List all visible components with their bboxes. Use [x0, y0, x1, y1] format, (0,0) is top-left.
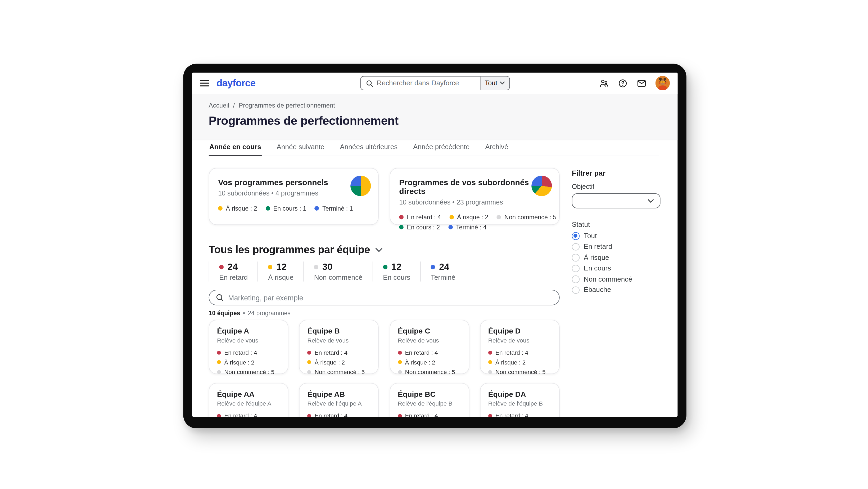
team-legend: En retard : 4 À risque : 2 Non commencé …: [308, 349, 371, 375]
result-count: 10 équipes • 24 programmes: [209, 310, 560, 316]
team-card[interactable]: Équipe AA Relève de l'équipe A En retard…: [209, 383, 288, 417]
team-icon[interactable]: [599, 78, 609, 88]
team-card[interactable]: Équipe C Relève de vous En retard : 4 À …: [390, 320, 469, 374]
legend-label: À risque : 2: [226, 205, 257, 212]
status-radio-option[interactable]: En cours: [572, 265, 660, 272]
app-header: dayforce Tout: [192, 73, 678, 93]
personal-programs-card[interactable]: Vos programmes personnels 10 subordonnée…: [209, 168, 379, 225]
team-grid: Équipe A Relève de vous En retard : 4 À …: [209, 320, 560, 417]
team-name: Équipe B: [308, 327, 371, 335]
team-stat: En retard : 4: [224, 412, 257, 417]
not-started-dot: [308, 370, 311, 374]
status-radio-option[interactable]: Ébauche: [572, 286, 660, 293]
help-icon[interactable]: [618, 78, 628, 88]
team-search-input[interactable]: [228, 293, 553, 302]
legend-label: Terminé : 1: [322, 205, 353, 212]
breadcrumb-current: Programmes de perfectionnement: [239, 102, 335, 109]
card-legend: À risque : 2 En cours : 1 Terminé : 1: [218, 205, 369, 212]
global-search-input[interactable]: [377, 79, 480, 87]
status-dot: [431, 265, 435, 269]
done-dot: [448, 225, 453, 229]
team-card[interactable]: Équipe B Relève de vous En retard : 4 À …: [299, 320, 379, 374]
status-dot: [268, 265, 273, 269]
team-card[interactable]: Équipe D Relève de vous En retard : 4 À …: [480, 320, 559, 374]
stat-label: Terminé: [431, 274, 456, 281]
team-legend: En retard : 4 À risque : 2 Non commencé …: [488, 349, 551, 375]
team-stat: À risque : 2: [315, 359, 345, 365]
stat-label: À risque: [268, 274, 293, 281]
app-screen: dayforce Tout: [192, 73, 678, 417]
hamburger-menu-icon[interactable]: [200, 80, 209, 86]
status-radio-option[interactable]: À risque: [572, 254, 660, 261]
search-scope-label: Tout: [485, 79, 497, 87]
risk-dot: [450, 215, 454, 220]
radio-icon: [572, 265, 579, 272]
stat-value: 24: [439, 261, 449, 272]
page: dayforce Tout: [0, 0, 868, 489]
page-hero: Accueil / Programmes de perfectionnement…: [192, 94, 678, 140]
status-radio-option[interactable]: Non commencé: [572, 276, 660, 283]
tab-annees-ulterieures[interactable]: Années ultérieures: [339, 143, 398, 156]
device-frame: dayforce Tout: [183, 64, 686, 428]
team-legend: En retard : 4 À risque : 2 Non commencé …: [217, 412, 280, 417]
personal-programs-pie-chart: [350, 176, 371, 196]
status-label: Statut: [572, 221, 660, 228]
team-stat: Non commencé : 5: [315, 369, 365, 375]
main-column: Vos programmes personnels 10 subordonnée…: [209, 156, 560, 417]
stat-value: 12: [392, 261, 401, 272]
status-stat: 12 À risque: [258, 261, 304, 281]
status-radio-option[interactable]: Tout: [572, 232, 660, 239]
team-search: [209, 290, 560, 306]
chevron-down-icon: [648, 199, 654, 203]
dayforce-logo[interactable]: dayforce: [216, 77, 256, 89]
team-card[interactable]: Équipe BC Relève de l'équipe B En retard…: [390, 383, 469, 417]
search-scope-dropdown[interactable]: Tout: [480, 77, 509, 90]
stat-label: En cours: [383, 274, 410, 281]
late-dot: [398, 414, 402, 417]
in-progress-dot: [266, 206, 270, 210]
breadcrumb-home[interactable]: Accueil: [209, 102, 229, 109]
tab-annee-suivante[interactable]: Année suivante: [276, 143, 325, 156]
risk-dot: [217, 360, 221, 364]
tab-annee-precedente[interactable]: Année précédente: [412, 143, 470, 156]
team-card[interactable]: Équipe A Relève de vous En retard : 4 À …: [209, 320, 288, 374]
team-stat: En retard : 4: [315, 412, 347, 417]
late-dot: [308, 350, 311, 354]
status-dot: [383, 265, 388, 269]
breadcrumb-separator: /: [233, 102, 235, 109]
team-stat: En retard : 4: [495, 412, 528, 417]
risk-dot: [218, 206, 222, 210]
objective-select[interactable]: [572, 193, 660, 208]
risk-dot: [308, 360, 311, 364]
filter-title: Filtrer par: [572, 169, 660, 177]
tab-archive[interactable]: Archivé: [485, 143, 508, 156]
card-title: Programmes de vos subordonnés directs: [399, 178, 550, 196]
team-name: Équipe AB: [308, 390, 371, 398]
chevron-down-icon: [500, 82, 505, 85]
late-dot: [308, 414, 311, 417]
tab-annee-en-cours[interactable]: Année en cours: [209, 143, 262, 156]
risk-dot: [398, 360, 402, 364]
team-subtitle: Relève de l'équipe B: [488, 400, 551, 407]
legend-label: Non commencé : 5: [504, 214, 556, 221]
user-avatar[interactable]: [655, 76, 670, 90]
card-legend-row-1: En retard : 4 À risque : 2 Non commencé …: [399, 214, 550, 221]
team-stat: En retard : 4: [405, 349, 438, 356]
radio-label: En retard: [584, 243, 612, 251]
team-card[interactable]: Équipe AB Relève de l'équipe A En retard…: [299, 383, 379, 417]
chevron-down-icon[interactable]: [375, 248, 383, 253]
direct-reports-programs-card[interactable]: Programmes de vos subordonnés directs 10…: [390, 168, 560, 225]
team-legend: En retard : 4 À risque : 2 Non commencé …: [398, 349, 461, 375]
team-subtitle: Relève de l'équipe A: [308, 400, 371, 407]
not-started-dot: [497, 215, 501, 220]
legend-label: En cours : 1: [273, 205, 306, 212]
team-card[interactable]: Équipe DA Relève de l'équipe B En retard…: [480, 383, 559, 417]
late-dot: [488, 350, 492, 354]
status-radio-option[interactable]: En retard: [572, 243, 660, 250]
mail-icon[interactable]: [637, 78, 647, 88]
card-subtitle: 10 subordonnées • 4 programmes: [218, 190, 369, 197]
global-search: Tout: [360, 76, 510, 90]
team-legend: En retard : 4 À risque : 2 Non commencé …: [217, 349, 280, 375]
late-dot: [399, 215, 404, 220]
radio-icon: [572, 232, 579, 239]
